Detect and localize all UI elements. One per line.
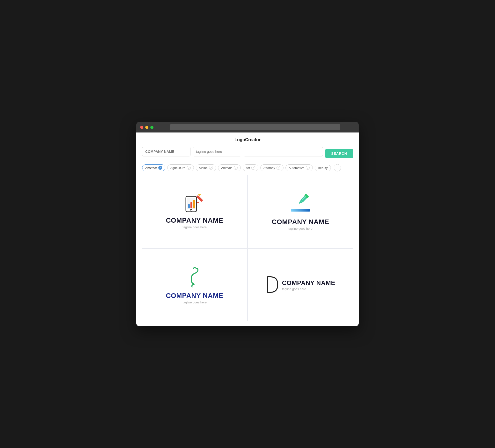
logo-card-1[interactable]: COMPANY NAME tagline goes here <box>142 175 247 248</box>
filter-attorney[interactable]: Attorney ✓ <box>260 164 284 171</box>
logo2-tagline: tagline goes here <box>288 227 313 230</box>
logo3-icon <box>187 266 202 289</box>
filter-airline[interactable]: Airline ✓ <box>196 164 216 171</box>
filter-abstract-label: Abstract <box>145 166 157 170</box>
filter-bar: Abstract ✓ Agriculture ✓ Airline ✓ Anima… <box>142 164 353 171</box>
logo4-d-letter <box>266 275 278 295</box>
logo-grid: COMPANY NAME tagline goes here <box>142 175 353 321</box>
filter-automotive-check: ✓ <box>306 166 310 170</box>
svg-rect-8 <box>198 194 201 196</box>
logo3-company-name: COMPANY NAME <box>166 292 223 300</box>
dropper-svg <box>289 193 311 212</box>
tagline-input[interactable] <box>193 147 241 156</box>
filter-beauty[interactable]: Beauty <box>315 165 331 171</box>
logo-card-4[interactable]: COMPANY NAME tagline goes here <box>248 249 353 321</box>
logo1-icon <box>185 194 204 214</box>
logo2-icon <box>289 193 311 212</box>
filter-art-label: Art <box>246 166 250 170</box>
filter-automotive[interactable]: Automotive ✓ <box>286 164 313 171</box>
d-letter-svg <box>266 275 278 294</box>
logo3-tagline: tagline goes here <box>182 301 207 304</box>
close-button[interactable] <box>140 126 143 129</box>
svg-rect-3 <box>191 202 192 209</box>
mobile-chart-svg <box>185 194 204 214</box>
url-bar[interactable] <box>170 124 340 130</box>
integral-svg <box>187 266 202 288</box>
logo1-tagline: tagline goes here <box>182 225 207 229</box>
logo-card-2[interactable]: COMPANY NAME tagline goes here <box>248 175 353 248</box>
svg-rect-6 <box>196 195 203 202</box>
logo2-company-name: COMPANY NAME <box>272 218 329 226</box>
color-input[interactable] <box>244 147 323 156</box>
search-button[interactable]: SEARCH <box>325 149 353 158</box>
logo4-content: COMPANY NAME tagline goes here <box>266 275 335 295</box>
filter-next-button[interactable]: → <box>334 164 341 171</box>
filter-art[interactable]: Art ✓ <box>243 164 258 171</box>
maximize-button[interactable] <box>150 126 153 129</box>
filter-art-check: ✓ <box>251 166 255 170</box>
filter-agriculture-label: Agriculture <box>170 166 185 170</box>
logo4-text: COMPANY NAME tagline goes here <box>282 279 335 291</box>
titlebar <box>136 122 359 132</box>
filter-airline-label: Airline <box>199 166 208 170</box>
browser-window: LogoCreator SEARCH Abstract ✓ Agricultur… <box>136 122 359 326</box>
filter-abstract[interactable]: Abstract ✓ <box>142 164 165 171</box>
filter-automotive-label: Automotive <box>289 166 304 170</box>
filter-animals[interactable]: Animals ✓ <box>218 164 241 171</box>
app-content: LogoCreator SEARCH Abstract ✓ Agricultur… <box>136 132 359 326</box>
search-bar: SEARCH <box>142 147 353 160</box>
app-title: LogoCreator <box>142 137 353 142</box>
minimize-button[interactable] <box>145 126 148 129</box>
logo4-company-name: COMPANY NAME <box>282 279 335 287</box>
logo-card-3[interactable]: COMPANY NAME tagline goes here <box>142 249 247 321</box>
svg-rect-13 <box>291 209 310 211</box>
filter-attorney-label: Attorney <box>263 166 275 170</box>
filter-agriculture[interactable]: Agriculture ✓ <box>167 164 194 171</box>
svg-rect-2 <box>188 204 190 209</box>
filter-beauty-label: Beauty <box>318 166 328 170</box>
filter-attorney-check: ✓ <box>276 166 280 170</box>
filter-animals-check: ✓ <box>234 166 238 170</box>
filter-agriculture-check: ✓ <box>187 166 191 170</box>
svg-rect-4 <box>193 200 195 209</box>
filter-animals-label: Animals <box>221 166 232 170</box>
svg-marker-7 <box>196 202 199 203</box>
logo1-company-name: COMPANY NAME <box>166 217 223 224</box>
filter-airline-check: ✓ <box>209 166 213 170</box>
filter-abstract-check: ✓ <box>158 166 162 170</box>
logo4-tagline: tagline goes here <box>282 287 335 291</box>
company-name-input[interactable] <box>142 147 191 156</box>
